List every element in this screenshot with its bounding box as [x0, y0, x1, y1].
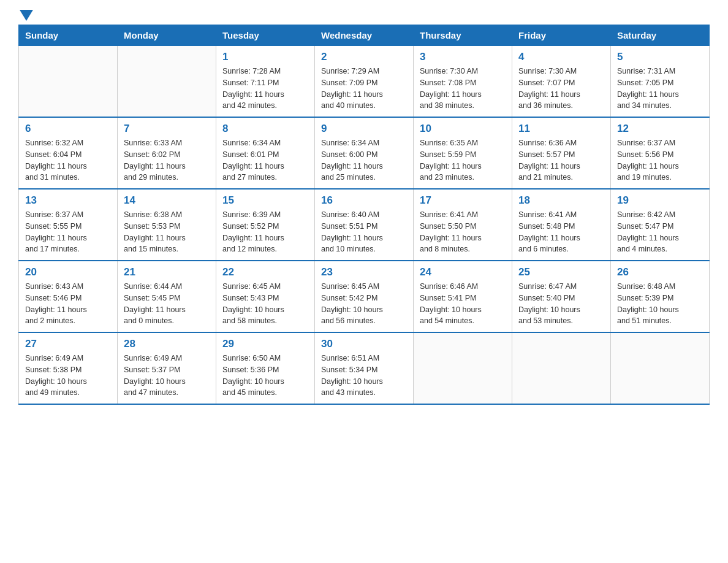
day-number: 29 [222, 338, 308, 350]
calendar-table: SundayMondayTuesdayWednesdayThursdayFrid… [18, 25, 710, 405]
day-info: Sunrise: 7:30 AM Sunset: 7:08 PM Dayligh… [420, 66, 506, 112]
calendar-week-row: 13Sunrise: 6:37 AM Sunset: 5:55 PM Dayli… [19, 189, 710, 261]
day-number: 7 [124, 123, 210, 135]
day-info: Sunrise: 6:38 AM Sunset: 5:53 PM Dayligh… [124, 209, 210, 255]
day-number: 3 [420, 51, 506, 63]
day-info: Sunrise: 6:47 AM Sunset: 5:40 PM Dayligh… [518, 281, 604, 327]
calendar-cell: 12Sunrise: 6:37 AM Sunset: 5:56 PM Dayli… [611, 117, 710, 189]
svg-marker-0 [20, 10, 33, 21]
day-info: Sunrise: 6:45 AM Sunset: 5:43 PM Dayligh… [222, 281, 308, 327]
day-number: 24 [420, 266, 506, 278]
calendar-cell: 9Sunrise: 6:34 AM Sunset: 6:00 PM Daylig… [315, 117, 414, 189]
day-info: Sunrise: 6:49 AM Sunset: 5:38 PM Dayligh… [25, 353, 111, 399]
calendar-cell [414, 332, 512, 404]
calendar-cell: 8Sunrise: 6:34 AM Sunset: 6:01 PM Daylig… [216, 117, 315, 189]
calendar-cell: 25Sunrise: 6:47 AM Sunset: 5:40 PM Dayli… [512, 261, 611, 332]
day-info: Sunrise: 6:37 AM Sunset: 5:55 PM Dayligh… [25, 209, 111, 255]
logo-triangle-icon [20, 10, 33, 23]
calendar-cell: 1Sunrise: 7:28 AM Sunset: 7:11 PM Daylig… [216, 46, 315, 118]
weekday-header-monday: Monday [118, 25, 216, 46]
day-info: Sunrise: 6:49 AM Sunset: 5:37 PM Dayligh… [124, 353, 210, 399]
calendar-cell: 30Sunrise: 6:51 AM Sunset: 5:34 PM Dayli… [315, 332, 414, 404]
day-info: Sunrise: 6:32 AM Sunset: 6:04 PM Dayligh… [25, 137, 111, 183]
day-number: 21 [124, 266, 210, 278]
day-number: 5 [617, 51, 703, 63]
day-info: Sunrise: 7:31 AM Sunset: 7:05 PM Dayligh… [617, 66, 703, 112]
day-info: Sunrise: 6:51 AM Sunset: 5:34 PM Dayligh… [321, 353, 407, 399]
calendar-cell: 15Sunrise: 6:39 AM Sunset: 5:52 PM Dayli… [216, 189, 315, 261]
calendar-cell: 2Sunrise: 7:29 AM Sunset: 7:09 PM Daylig… [315, 46, 414, 118]
day-info: Sunrise: 7:29 AM Sunset: 7:09 PM Dayligh… [321, 66, 407, 112]
calendar-cell: 6Sunrise: 6:32 AM Sunset: 6:04 PM Daylig… [19, 117, 118, 189]
weekday-header-wednesday: Wednesday [315, 25, 414, 46]
calendar-cell: 10Sunrise: 6:35 AM Sunset: 5:59 PM Dayli… [414, 117, 512, 189]
weekday-header-row: SundayMondayTuesdayWednesdayThursdayFrid… [19, 25, 710, 46]
weekday-header-saturday: Saturday [611, 25, 710, 46]
day-number: 8 [222, 123, 308, 135]
day-number: 14 [124, 194, 210, 207]
calendar-cell: 26Sunrise: 6:48 AM Sunset: 5:39 PM Dayli… [611, 261, 710, 332]
day-number: 18 [518, 194, 604, 207]
day-number: 26 [617, 266, 703, 278]
day-number: 23 [321, 266, 407, 278]
day-number: 6 [25, 123, 111, 135]
day-info: Sunrise: 7:30 AM Sunset: 7:07 PM Dayligh… [518, 66, 604, 112]
calendar-cell: 11Sunrise: 6:36 AM Sunset: 5:57 PM Dayli… [512, 117, 611, 189]
weekday-header-sunday: Sunday [19, 25, 118, 46]
day-info: Sunrise: 6:46 AM Sunset: 5:41 PM Dayligh… [420, 281, 506, 327]
day-info: Sunrise: 6:48 AM Sunset: 5:39 PM Dayligh… [617, 281, 703, 327]
day-number: 13 [25, 194, 111, 207]
calendar-cell: 28Sunrise: 6:49 AM Sunset: 5:37 PM Dayli… [118, 332, 216, 404]
day-info: Sunrise: 6:43 AM Sunset: 5:46 PM Dayligh… [25, 281, 111, 327]
calendar-cell [512, 332, 611, 404]
day-info: Sunrise: 6:39 AM Sunset: 5:52 PM Dayligh… [222, 209, 308, 255]
logo [18, 12, 33, 18]
calendar-cell: 20Sunrise: 6:43 AM Sunset: 5:46 PM Dayli… [19, 261, 118, 332]
calendar-cell [118, 46, 216, 118]
day-number: 12 [617, 123, 703, 135]
day-number: 1 [222, 51, 308, 63]
day-number: 4 [518, 51, 604, 63]
calendar-cell [19, 46, 118, 118]
calendar-cell: 24Sunrise: 6:46 AM Sunset: 5:41 PM Dayli… [414, 261, 512, 332]
day-number: 30 [321, 338, 407, 350]
day-info: Sunrise: 7:28 AM Sunset: 7:11 PM Dayligh… [222, 66, 308, 112]
day-info: Sunrise: 6:35 AM Sunset: 5:59 PM Dayligh… [420, 137, 506, 183]
calendar-cell: 13Sunrise: 6:37 AM Sunset: 5:55 PM Dayli… [19, 189, 118, 261]
calendar-week-row: 27Sunrise: 6:49 AM Sunset: 5:38 PM Dayli… [19, 332, 710, 404]
day-info: Sunrise: 6:33 AM Sunset: 6:02 PM Dayligh… [124, 137, 210, 183]
day-number: 22 [222, 266, 308, 278]
day-info: Sunrise: 6:40 AM Sunset: 5:51 PM Dayligh… [321, 209, 407, 255]
calendar-cell: 21Sunrise: 6:44 AM Sunset: 5:45 PM Dayli… [118, 261, 216, 332]
day-info: Sunrise: 6:34 AM Sunset: 6:00 PM Dayligh… [321, 137, 407, 183]
calendar-week-row: 1Sunrise: 7:28 AM Sunset: 7:11 PM Daylig… [19, 46, 710, 118]
day-number: 19 [617, 194, 703, 207]
calendar-cell [611, 332, 710, 404]
calendar-cell: 23Sunrise: 6:45 AM Sunset: 5:42 PM Dayli… [315, 261, 414, 332]
calendar-cell: 27Sunrise: 6:49 AM Sunset: 5:38 PM Dayli… [19, 332, 118, 404]
day-info: Sunrise: 6:41 AM Sunset: 5:48 PM Dayligh… [518, 209, 604, 255]
day-number: 9 [321, 123, 407, 135]
day-number: 28 [124, 338, 210, 350]
weekday-header-tuesday: Tuesday [216, 25, 315, 46]
day-number: 11 [518, 123, 604, 135]
weekday-header-friday: Friday [512, 25, 611, 46]
day-info: Sunrise: 6:50 AM Sunset: 5:36 PM Dayligh… [222, 353, 308, 399]
calendar-cell: 17Sunrise: 6:41 AM Sunset: 5:50 PM Dayli… [414, 189, 512, 261]
calendar-cell: 29Sunrise: 6:50 AM Sunset: 5:36 PM Dayli… [216, 332, 315, 404]
weekday-header-thursday: Thursday [414, 25, 512, 46]
calendar-cell: 18Sunrise: 6:41 AM Sunset: 5:48 PM Dayli… [512, 189, 611, 261]
day-info: Sunrise: 6:37 AM Sunset: 5:56 PM Dayligh… [617, 137, 703, 183]
day-number: 17 [420, 194, 506, 207]
page-header [18, 12, 710, 18]
calendar-cell: 19Sunrise: 6:42 AM Sunset: 5:47 PM Dayli… [611, 189, 710, 261]
day-info: Sunrise: 6:45 AM Sunset: 5:42 PM Dayligh… [321, 281, 407, 327]
calendar-week-row: 20Sunrise: 6:43 AM Sunset: 5:46 PM Dayli… [19, 261, 710, 332]
day-number: 15 [222, 194, 308, 207]
calendar-cell: 16Sunrise: 6:40 AM Sunset: 5:51 PM Dayli… [315, 189, 414, 261]
day-info: Sunrise: 6:34 AM Sunset: 6:01 PM Dayligh… [222, 137, 308, 183]
calendar-cell: 5Sunrise: 7:31 AM Sunset: 7:05 PM Daylig… [611, 46, 710, 118]
day-number: 2 [321, 51, 407, 63]
calendar-cell: 22Sunrise: 6:45 AM Sunset: 5:43 PM Dayli… [216, 261, 315, 332]
day-number: 25 [518, 266, 604, 278]
